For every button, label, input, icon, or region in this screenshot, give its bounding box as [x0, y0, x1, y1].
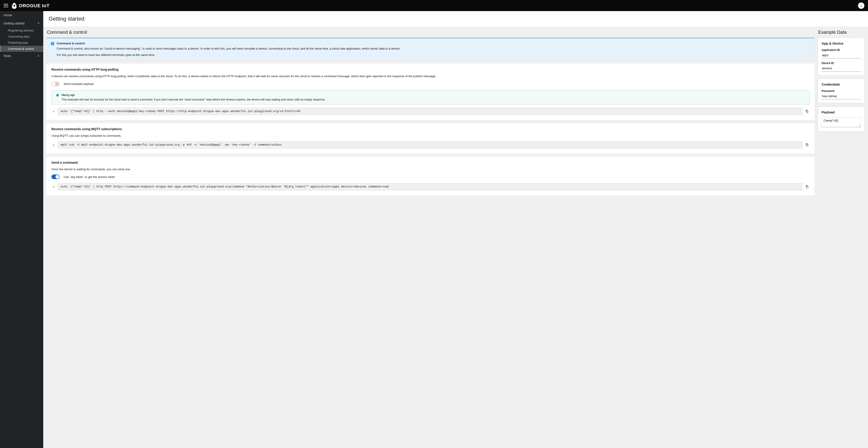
expand-code-button[interactable]: ›	[52, 185, 56, 189]
card-title: Send a command	[52, 161, 810, 164]
app-device-card: App & Device Application ID Device ID	[818, 38, 865, 75]
sidebar-item-publishing-data[interactable]: Publishing data	[0, 40, 43, 46]
sidebar-nav: Home Getting started Registering devices…	[0, 11, 43, 448]
sidebar-item-command-control[interactable]: Command & control	[0, 46, 43, 52]
alert-text: For this you will need to have two diffe…	[57, 53, 810, 57]
page-title: Getting started	[49, 15, 863, 22]
chevron-right-icon	[37, 55, 40, 57]
user-avatar-button[interactable]	[858, 2, 864, 9]
mqtt-card: Receive commands using MQTT subscription…	[46, 123, 814, 154]
svg-rect-1	[52, 43, 53, 45]
svg-point-2	[52, 42, 53, 43]
switch-label: Send example payload	[64, 82, 94, 86]
sidebar-item-home[interactable]: Home	[0, 11, 43, 19]
intro-card: Command & control Command & control, als…	[46, 38, 814, 60]
http-command-code: echo '{"temp":42}' | http --auth device1…	[58, 108, 802, 115]
user-icon	[859, 4, 863, 8]
payload-textarea[interactable]	[822, 117, 861, 127]
sidebar-item-registering-devices[interactable]: Registering devices	[0, 27, 43, 33]
copy-icon	[805, 185, 809, 189]
password-label: Password	[822, 89, 861, 93]
card-title: Receive commands using MQTT subscription…	[52, 127, 810, 131]
payload-card: Payload	[818, 106, 865, 132]
card-title: Receive commands using HTTP long-polling	[52, 68, 810, 71]
warn-text: This example will wait 30 seconds for th…	[62, 98, 805, 102]
side-title: Example Data	[818, 30, 865, 35]
card-desc: Using MQTT, you can simply subscribe to …	[52, 134, 810, 138]
warn-title: Hurry up!	[62, 93, 805, 97]
copy-icon	[805, 109, 809, 113]
copy-icon	[805, 143, 809, 147]
sidebar-item-getting-started[interactable]: Getting started	[0, 19, 43, 27]
chevron-down-icon	[37, 22, 40, 25]
expand-code-button[interactable]: ›	[52, 109, 56, 113]
mqtt-command-code: mqtt sub -h mqtt-endpoint-drogue-dev.app…	[58, 141, 802, 149]
info-icon	[51, 42, 54, 45]
bell-icon	[56, 94, 59, 97]
sidebar-item-tools[interactable]: Tools	[0, 52, 43, 60]
copy-button[interactable]	[804, 109, 810, 114]
copy-button[interactable]	[804, 184, 810, 190]
section-title: Command & control	[46, 30, 814, 35]
sidebar-item-label: Getting started	[4, 22, 25, 25]
device-id-label: Device ID	[822, 62, 861, 65]
use-drg-token-toggle[interactable]	[52, 174, 60, 179]
side-card-title: Credentials	[822, 83, 861, 86]
sidebar-item-label: Tools	[4, 54, 11, 58]
send-example-payload-toggle[interactable]	[52, 82, 60, 86]
http-polling-card: Receive commands using HTTP long-polling…	[46, 64, 814, 120]
side-card-title: Payload	[822, 110, 861, 114]
card-desc: A device can receive commands using HTTP…	[52, 74, 810, 78]
page-header: Getting started	[43, 11, 868, 27]
credentials-card: Credentials Password	[818, 78, 865, 103]
application-id-label: Application ID	[822, 49, 861, 52]
password-input[interactable]	[822, 94, 861, 99]
send-command-code: echo '{"temp":42}' | http POST https://c…	[58, 183, 802, 190]
application-id-input[interactable]	[822, 53, 861, 58]
brand-name: DROGUE IoT	[19, 3, 50, 8]
sidebar-item-label: Home	[4, 13, 12, 17]
alert-title: Command & control	[57, 42, 810, 45]
brand-logo: DROGUE IoT	[11, 2, 50, 9]
expand-code-button[interactable]: ›	[52, 143, 56, 147]
drogue-logo-icon	[11, 2, 17, 9]
copy-button[interactable]	[804, 142, 810, 148]
send-command-card: Send a command Once the device is waitin…	[46, 157, 814, 196]
side-card-title: App & Device	[822, 41, 861, 45]
alert-text: Command & control, also known as "cloud-…	[57, 46, 810, 51]
sidebar-item-consuming-data[interactable]: Consuming data	[0, 33, 43, 40]
switch-label: Use `drg token` to get the access token	[64, 175, 115, 179]
menu-toggle-button[interactable]	[4, 3, 8, 8]
card-desc: Once the device is waiting for commands,…	[52, 167, 810, 171]
device-id-input[interactable]	[822, 66, 861, 71]
